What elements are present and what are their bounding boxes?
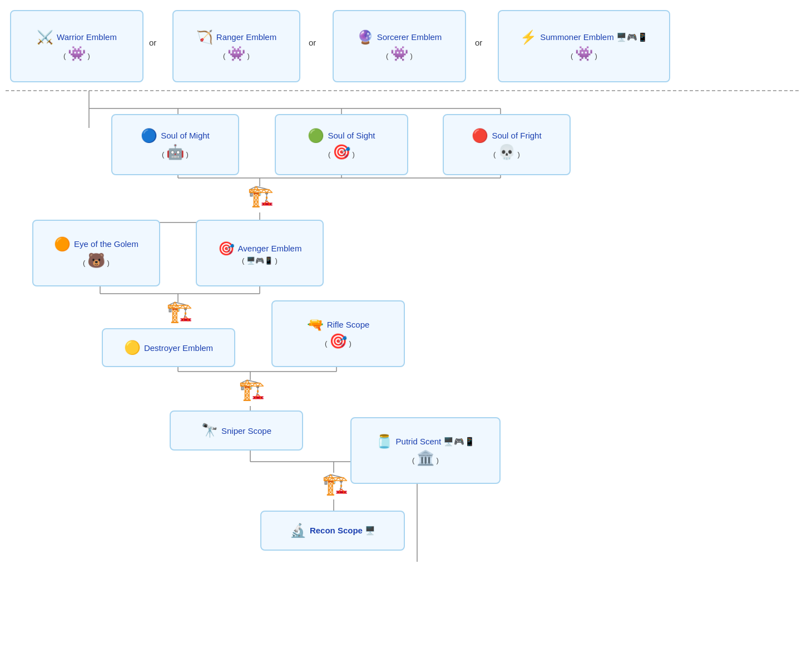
- soul-of-fright-name: Soul of Fright: [492, 131, 541, 140]
- destroyer-emblem-row: 🟡 Destroyer Emblem: [124, 341, 213, 354]
- putrid-scent-card: 🫙 Putrid Scent 🖥️🎮📱 ( 🏛️ ): [350, 417, 501, 484]
- putrid-scent-name: Putrid Scent 🖥️🎮📱: [396, 437, 476, 447]
- sorcerer-emblem-icon: 🔮: [357, 31, 374, 44]
- avenger-emblem-icon: 🎯: [218, 242, 235, 255]
- ranger-emblem-card: 🏹 Ranger Emblem ( 👾 ): [172, 10, 300, 82]
- recon-scope-card: 🔬 Recon Scope 🖥️: [260, 511, 405, 551]
- soul-of-might-row: 🔵 Soul of Might: [141, 129, 210, 142]
- soul-of-sight-icon: 🟢: [308, 129, 324, 142]
- eye-of-golem-row: 🟠 Eye of the Golem: [54, 238, 138, 251]
- recon-scope-icon: 🔬: [290, 524, 306, 537]
- recon-scope-row: 🔬 Recon Scope 🖥️: [290, 524, 375, 537]
- putrid-scent-icon: 🫙: [376, 435, 393, 448]
- eye-of-golem-card: 🟠 Eye of the Golem ( 🐻 ): [32, 220, 160, 286]
- ranger-emblem-source: ( 👾 ): [223, 45, 250, 62]
- eye-of-golem-source: ( 🐻 ): [83, 252, 110, 269]
- sorcerer-emblem-row: 🔮 Sorcerer Emblem: [357, 31, 442, 44]
- or-label-3: or: [475, 38, 482, 47]
- rifle-scope-name: Rifle Scope: [327, 320, 370, 329]
- rifle-scope-card: 🔫 Rifle Scope ( 🎯 ): [271, 300, 405, 367]
- summoner-emblem-source: ( 👾 ): [571, 45, 597, 62]
- recon-scope-name: Recon Scope 🖥️: [310, 526, 375, 536]
- avenger-emblem-card: 🎯 Avenger Emblem ( 🖥️🎮📱 ): [196, 220, 324, 286]
- soul-of-sight-card: 🟢 Soul of Sight ( 🎯 ): [275, 114, 408, 175]
- ranger-emblem-name: Ranger Emblem: [216, 32, 276, 42]
- sniper-scope-card: 🔭 Sniper Scope: [170, 410, 303, 451]
- soul-of-sight-name: Soul of Sight: [328, 131, 375, 140]
- warrior-emblem-name: Warrior Emblem: [57, 32, 117, 42]
- craft-tree: ⚔️ Warrior Emblem ( 👾 ) or 🏹 Ranger Embl…: [0, 0, 812, 663]
- soul-of-sight-source: ( 🎯 ): [328, 144, 355, 161]
- crafting-station-2: 🏗️: [166, 299, 192, 324]
- rifle-scope-row: 🔫 Rifle Scope: [307, 318, 370, 332]
- sniper-scope-icon: 🔭: [201, 424, 218, 437]
- destroyer-emblem-icon: 🟡: [124, 341, 141, 354]
- soul-of-might-source: ( 🤖 ): [162, 144, 189, 161]
- destroyer-emblem-card: 🟡 Destroyer Emblem: [102, 328, 235, 367]
- crafting-station-1: 🏗️: [247, 184, 274, 208]
- soul-of-fright-source: ( 💀 ): [493, 144, 520, 161]
- warrior-emblem-source: ( 👾 ): [63, 45, 90, 62]
- putrid-scent-row: 🫙 Putrid Scent 🖥️🎮📱: [376, 435, 476, 448]
- avenger-emblem-row: 🎯 Avenger Emblem: [218, 242, 302, 255]
- or-label-1: or: [149, 38, 156, 47]
- eye-of-golem-name: Eye of the Golem: [74, 239, 138, 249]
- soul-of-might-name: Soul of Might: [161, 131, 210, 140]
- avenger-emblem-source: ( 🖥️🎮📱 ): [242, 256, 278, 265]
- summoner-emblem-row: ⚡ Summoner Emblem 🖥️🎮📱: [520, 31, 648, 44]
- avenger-emblem-name: Avenger Emblem: [238, 244, 302, 253]
- summoner-emblem-name: Summoner Emblem 🖥️🎮📱: [540, 32, 648, 42]
- sniper-scope-row: 🔭 Sniper Scope: [201, 424, 271, 437]
- summoner-emblem-icon: ⚡: [520, 31, 537, 44]
- sniper-scope-name: Sniper Scope: [221, 426, 271, 436]
- warrior-emblem-card: ⚔️ Warrior Emblem ( 👾 ): [10, 10, 143, 82]
- crafting-station-3: 🏗️: [238, 377, 265, 402]
- crafting-station-4: 🏗️: [321, 472, 348, 496]
- soul-of-fright-icon: 🔴: [472, 129, 488, 142]
- or-label-2: or: [309, 38, 316, 47]
- sorcerer-emblem-card: 🔮 Sorcerer Emblem ( 👾 ): [333, 10, 466, 82]
- rifle-scope-icon: 🔫: [307, 318, 324, 332]
- sorcerer-emblem-name: Sorcerer Emblem: [377, 32, 442, 42]
- destroyer-emblem-name: Destroyer Emblem: [144, 343, 213, 353]
- ranger-emblem-row: 🏹 Ranger Emblem: [196, 31, 276, 44]
- soul-of-might-card: 🔵 Soul of Might ( 🤖 ): [111, 114, 239, 175]
- soul-of-might-icon: 🔵: [141, 129, 157, 142]
- sorcerer-emblem-source: ( 👾 ): [386, 45, 413, 62]
- soul-of-sight-row: 🟢 Soul of Sight: [308, 129, 375, 142]
- ranger-emblem-icon: 🏹: [196, 31, 213, 44]
- eye-of-golem-icon: 🟠: [54, 238, 71, 251]
- warrior-emblem-row: ⚔️ Warrior Emblem: [37, 31, 117, 44]
- soul-of-fright-row: 🔴 Soul of Fright: [472, 129, 541, 142]
- putrid-scent-source: ( 🏛️ ): [412, 449, 439, 467]
- rifle-scope-source: ( 🎯 ): [325, 333, 351, 350]
- soul-of-fright-card: 🔴 Soul of Fright ( 💀 ): [443, 114, 571, 175]
- summoner-emblem-card: ⚡ Summoner Emblem 🖥️🎮📱 ( 👾 ): [498, 10, 670, 82]
- warrior-emblem-icon: ⚔️: [37, 31, 53, 44]
